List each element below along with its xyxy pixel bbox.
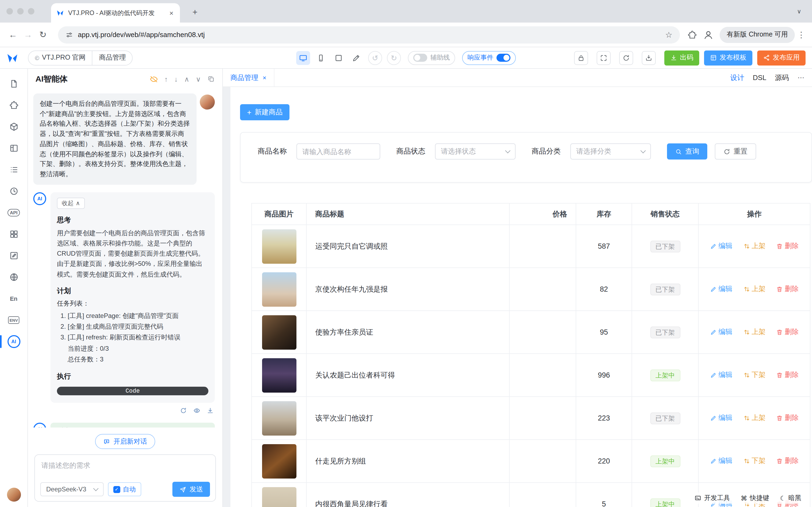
- scroll-up-icon[interactable]: ↑: [164, 75, 168, 83]
- regenerate-icon[interactable]: [180, 407, 187, 414]
- desktop-view-button[interactable]: [296, 51, 310, 65]
- url-text[interactable]: app.vtj.pro/dev/web/#/app/samchen08.vtj: [78, 31, 205, 39]
- expand-all-icon[interactable]: ∨: [196, 75, 201, 83]
- browser-menu-icon[interactable]: ⋮: [796, 27, 807, 42]
- save-button[interactable]: [642, 51, 656, 65]
- publish-template-button[interactable]: 发布模板: [704, 50, 752, 65]
- window-minimize-button[interactable]: [17, 8, 23, 14]
- window-close-button[interactable]: [6, 8, 13, 14]
- sidebar-item-api[interactable]: API: [0, 202, 27, 223]
- search-button[interactable]: 查询: [667, 144, 707, 160]
- sidebar-item-history[interactable]: [0, 180, 27, 202]
- copy-icon[interactable]: [207, 75, 215, 83]
- toggle-shelf-button[interactable]: 上架: [743, 284, 765, 294]
- toggle-shelf-button[interactable]: 下架: [743, 456, 765, 466]
- code-block-collapsed[interactable]: Code: [57, 386, 209, 395]
- browser-tab[interactable]: VTJ.PRO - AI驱动的低代码开发 ×: [51, 3, 180, 22]
- new-product-button[interactable]: + 新建商品: [240, 104, 289, 120]
- tab-close-icon[interactable]: ×: [168, 9, 175, 17]
- edit-pen-button[interactable]: [349, 51, 363, 65]
- capture-button[interactable]: [597, 51, 611, 65]
- official-site-link[interactable]: © VTJ.PRO 官网: [28, 51, 92, 65]
- reset-button[interactable]: 重置: [715, 144, 756, 160]
- sidebar-item-env[interactable]: ENV: [0, 309, 27, 331]
- toggle-shelf-button[interactable]: 上架: [743, 413, 765, 423]
- status-select[interactable]: 请选择状态: [435, 144, 516, 160]
- sidebar-item-components[interactable]: [0, 116, 27, 137]
- delete-button[interactable]: 删除: [776, 413, 799, 423]
- editor-tab-active[interactable]: 商品管理 ×: [223, 69, 275, 87]
- shortcuts-button[interactable]: ⌘ 快捷键: [741, 494, 769, 503]
- delete-button[interactable]: 删除: [776, 370, 799, 380]
- new-tab-button[interactable]: +: [188, 5, 202, 19]
- user-avatar[interactable]: [7, 488, 21, 502]
- edit-button[interactable]: 编辑: [710, 413, 732, 423]
- delete-button[interactable]: 删除: [776, 456, 799, 466]
- product-name-input[interactable]: [296, 144, 380, 160]
- model-select[interactable]: DeepSeek-V3: [40, 482, 103, 496]
- sidebar-item-apps[interactable]: [0, 223, 27, 245]
- preview-icon[interactable]: [193, 407, 200, 414]
- dark-mode-button[interactable]: ☾ 暗黑: [780, 494, 801, 503]
- codegen-button[interactable]: 出码: [664, 50, 699, 65]
- auto-checkbox[interactable]: ✓ 自动: [108, 482, 141, 496]
- site-settings-icon[interactable]: [65, 31, 73, 39]
- reload-icon[interactable]: ↻: [36, 27, 51, 42]
- sidebar-item-layout[interactable]: [0, 137, 27, 159]
- back-icon[interactable]: ←: [5, 27, 20, 42]
- events-toggle[interactable]: 响应事件: [462, 51, 516, 65]
- scroll-down-icon[interactable]: ↓: [174, 75, 178, 83]
- guides-switch[interactable]: [413, 54, 427, 62]
- edit-button[interactable]: 编辑: [710, 456, 732, 466]
- category-select[interactable]: 请选择分类: [570, 144, 651, 160]
- edit-button[interactable]: 编辑: [710, 370, 732, 380]
- vtj-logo-icon[interactable]: [6, 52, 18, 64]
- guides-toggle[interactable]: 辅助线: [408, 51, 455, 65]
- mobile-view-button[interactable]: [314, 51, 328, 65]
- toggle-shelf-button[interactable]: 下架: [743, 370, 765, 380]
- delete-button[interactable]: 删除: [776, 241, 799, 251]
- tab-close-icon[interactable]: ×: [263, 74, 267, 81]
- download-message-icon[interactable]: [207, 407, 214, 414]
- bookmark-star-icon[interactable]: ☆: [665, 30, 673, 40]
- sidebar-item-i18n[interactable]: [0, 266, 27, 288]
- sidebar-item-blocks[interactable]: [0, 95, 27, 116]
- mode-dsl[interactable]: DSL: [753, 73, 766, 81]
- collapse-all-icon[interactable]: ∧: [184, 75, 189, 83]
- delete-button[interactable]: 删除: [776, 284, 799, 294]
- edit-button[interactable]: 编辑: [710, 327, 732, 337]
- eye-off-icon[interactable]: [150, 75, 158, 83]
- profile-icon[interactable]: [700, 26, 716, 43]
- refresh-button[interactable]: [619, 51, 633, 65]
- forward-icon[interactable]: →: [20, 27, 36, 42]
- mode-source[interactable]: 源码: [775, 73, 789, 82]
- undo-button[interactable]: ↺: [368, 51, 382, 65]
- devtools-button[interactable]: 开发工具: [694, 494, 730, 503]
- sidebar-item-outline[interactable]: [0, 159, 27, 180]
- publish-app-button[interactable]: 发布应用: [757, 50, 806, 65]
- mode-design[interactable]: 设计: [730, 73, 744, 82]
- toggle-shelf-button[interactable]: 上架: [743, 241, 765, 251]
- edit-button[interactable]: 编辑: [710, 241, 732, 251]
- toggle-shelf-button[interactable]: 上架: [743, 327, 765, 337]
- url-bar[interactable]: app.vtj.pro/dev/web/#/app/samchen08.vtj …: [58, 26, 680, 43]
- window-maximize-button[interactable]: [28, 8, 35, 14]
- more-menu-icon[interactable]: ⋯: [798, 73, 805, 81]
- delete-button[interactable]: 删除: [776, 327, 799, 337]
- new-chat-button[interactable]: 开启新对话: [95, 434, 155, 449]
- blank-view-button[interactable]: [332, 51, 346, 65]
- collapse-button[interactable]: 收起 ∧: [57, 198, 85, 209]
- lock-button[interactable]: [574, 51, 588, 65]
- prompt-input[interactable]: [40, 460, 210, 482]
- send-button[interactable]: 发送: [172, 482, 210, 497]
- redo-button[interactable]: ↻: [387, 51, 401, 65]
- sidebar-item-pages[interactable]: [0, 73, 27, 95]
- chrome-update-button[interactable]: 有新版 Chrome 可用: [719, 26, 795, 43]
- tab-search-icon[interactable]: ∨: [793, 5, 806, 18]
- sidebar-item-forms[interactable]: [0, 245, 27, 266]
- sidebar-item-ai[interactable]: AI: [0, 331, 27, 352]
- edit-button[interactable]: 编辑: [710, 284, 732, 294]
- sidebar-item-lang-en[interactable]: En: [0, 288, 27, 309]
- extensions-icon[interactable]: [684, 26, 700, 43]
- events-switch[interactable]: [497, 54, 511, 62]
